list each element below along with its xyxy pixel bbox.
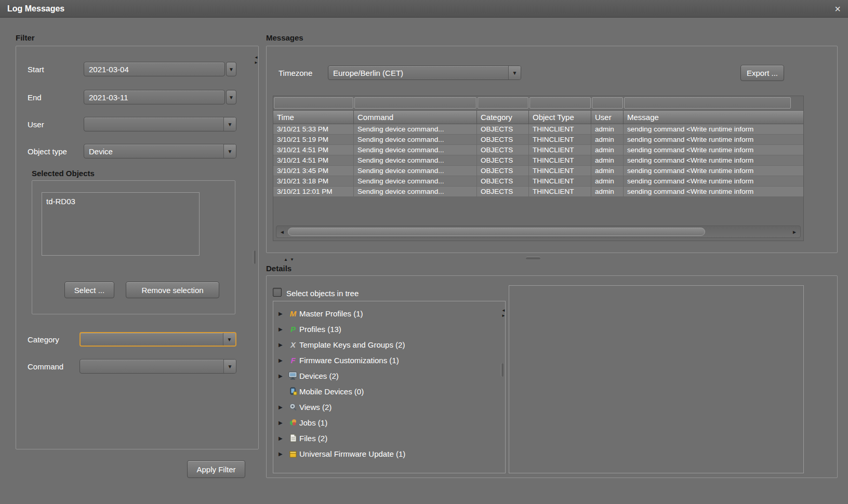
tree-item-files[interactable]: ▶ Files (2) bbox=[273, 430, 505, 446]
collapse-left-icon[interactable]: ◄ bbox=[501, 308, 506, 313]
expand-down-icon[interactable]: ▼ bbox=[290, 257, 294, 262]
expand-arrow-icon[interactable]: ▶ bbox=[279, 373, 287, 379]
messages-details-splitter-collapse[interactable]: ▲ ▼ bbox=[284, 257, 294, 262]
chevron-down-icon: ▼ bbox=[229, 95, 234, 100]
end-date-dropdown-button[interactable]: ▼ bbox=[226, 90, 236, 104]
category-combo[interactable]: ▼ bbox=[80, 332, 236, 347]
table-cell: 3/10/21 4:51 PM bbox=[273, 145, 354, 155]
end-date-value: 2021-03-11 bbox=[84, 93, 224, 102]
horizontal-splitter-grip[interactable] bbox=[526, 257, 540, 259]
tree-item-label: Profiles (13) bbox=[299, 325, 341, 334]
expand-right-icon[interactable]: ► bbox=[501, 313, 506, 318]
column-header-category[interactable]: Category bbox=[477, 111, 529, 124]
chevron-down-icon: ▼ bbox=[508, 66, 521, 79]
tree-item-master-profiles[interactable]: ▶ M Master Profiles (1) bbox=[273, 306, 505, 321]
start-date-value: 2021-03-04 bbox=[84, 65, 224, 74]
command-combo[interactable]: ▼ bbox=[80, 359, 236, 374]
tree-item-mobile-devices[interactable]: Mobile Devices (0) bbox=[273, 383, 505, 399]
tree-item-label: Devices (2) bbox=[299, 372, 339, 380]
table-row[interactable]: 3/10/21 4:51 PM Sending device command..… bbox=[273, 155, 803, 166]
table-cell: sending command <Write runtime inform bbox=[624, 187, 804, 197]
column-filter-input[interactable] bbox=[274, 97, 353, 109]
table-row[interactable]: 3/10/21 5:33 PM Sending device command..… bbox=[273, 124, 803, 135]
scrollbar-thumb[interactable] bbox=[288, 228, 705, 236]
tree-item-label: Template Keys and Groups (2) bbox=[299, 340, 405, 349]
user-combo[interactable]: ▼ bbox=[84, 117, 236, 131]
table-cell: 3/10/21 5:19 PM bbox=[273, 135, 354, 145]
expand-arrow-icon[interactable]: ▶ bbox=[279, 404, 287, 410]
export-button[interactable]: Export ... bbox=[740, 65, 784, 81]
scroll-left-icon[interactable]: ◄ bbox=[277, 229, 287, 235]
selected-objects-list[interactable]: td-RD03 bbox=[42, 192, 200, 256]
tree-item-label: Master Profiles (1) bbox=[299, 309, 363, 318]
tree-item-template-keys[interactable]: ▶ X Template Keys and Groups (2) bbox=[273, 337, 505, 352]
table-row[interactable]: 3/10/21 12:01 PM Sending device command.… bbox=[273, 187, 803, 197]
scroll-right-icon[interactable]: ► bbox=[790, 229, 799, 235]
close-button[interactable]: × bbox=[834, 4, 841, 14]
column-header-time[interactable]: Time bbox=[273, 111, 354, 124]
tree-item-profiles[interactable]: ▶ P Profiles (13) bbox=[273, 321, 505, 337]
tree-item-views[interactable]: ▶ Views (2) bbox=[273, 399, 505, 415]
table-cell: sending command <Write runtime inform bbox=[624, 135, 804, 145]
expand-arrow-icon[interactable]: ▶ bbox=[279, 342, 287, 348]
select-objects-in-tree-checkbox[interactable] bbox=[273, 288, 282, 297]
list-item[interactable]: td-RD03 bbox=[46, 196, 195, 207]
table-row[interactable]: 3/10/21 5:19 PM Sending device command..… bbox=[273, 135, 803, 145]
tree-item-universal-firmware-update[interactable]: ▶ Universal Firmware Update (1) bbox=[273, 446, 505, 461]
start-date-dropdown-button[interactable]: ▼ bbox=[226, 62, 236, 76]
message-detail-pane[interactable] bbox=[509, 285, 804, 473]
column-header-user[interactable]: User bbox=[591, 111, 624, 124]
chevron-down-icon: ▼ bbox=[223, 117, 236, 131]
apply-filter-button[interactable]: Apply Filter bbox=[187, 460, 245, 478]
column-filter-input[interactable] bbox=[354, 97, 476, 109]
table-cell: admin bbox=[591, 155, 624, 166]
start-date-field[interactable]: 2021-03-04 bbox=[84, 62, 225, 76]
table-row[interactable]: 3/10/21 3:18 PM Sending device command..… bbox=[273, 176, 803, 187]
end-date-field[interactable]: 2021-03-11 bbox=[84, 90, 225, 104]
export-button-label: Export ... bbox=[747, 69, 778, 77]
table-cell: 3/10/21 3:45 PM bbox=[273, 166, 354, 176]
details-splitter-grip[interactable] bbox=[501, 363, 504, 377]
collapse-left-icon[interactable]: ◄ bbox=[254, 55, 258, 60]
table-cell: THINCLIENT bbox=[529, 166, 591, 176]
table-cell: 3/10/21 3:18 PM bbox=[273, 176, 354, 187]
column-header-message[interactable]: Message bbox=[624, 111, 804, 124]
expand-arrow-icon[interactable]: ▶ bbox=[279, 326, 287, 332]
chevron-down-icon: ▼ bbox=[223, 333, 235, 346]
column-header-object-type[interactable]: Object Type bbox=[529, 111, 591, 124]
expand-arrow-icon[interactable]: ▶ bbox=[279, 451, 287, 457]
expand-right-icon[interactable]: ► bbox=[254, 60, 258, 65]
column-filter-input[interactable] bbox=[624, 97, 791, 109]
remove-selection-button[interactable]: Remove selection bbox=[126, 282, 219, 298]
timezone-combo[interactable]: Europe/Berlin (CET) ▼ bbox=[328, 65, 521, 80]
table-cell: sending command <Write runtime inform bbox=[624, 124, 804, 135]
tree-item-jobs[interactable]: ▶ Jobs (1) bbox=[273, 415, 505, 430]
column-header-command[interactable]: Command bbox=[354, 111, 477, 124]
object-type-combo[interactable]: Device ▼ bbox=[84, 144, 236, 158]
vertical-splitter-grip[interactable] bbox=[253, 250, 256, 264]
expand-arrow-icon[interactable]: ▶ bbox=[279, 357, 287, 363]
column-filter-input[interactable] bbox=[592, 97, 623, 109]
column-filter-input[interactable] bbox=[478, 97, 528, 109]
master-profiles-icon: M bbox=[287, 309, 299, 318]
panel-splitter-collapse[interactable]: ◄ ► bbox=[254, 55, 258, 65]
end-label: End bbox=[28, 93, 42, 102]
select-objects-button[interactable]: Select ... bbox=[64, 282, 114, 298]
table-cell: Sending device command... bbox=[354, 145, 477, 155]
tree-item-devices[interactable]: ▶ Devices (2) bbox=[273, 368, 505, 383]
collapse-up-icon[interactable]: ▲ bbox=[284, 257, 288, 262]
column-filter-input[interactable] bbox=[529, 97, 591, 109]
horizontal-scrollbar[interactable]: ◄ ► bbox=[276, 226, 801, 238]
table-row[interactable]: 3/10/21 3:45 PM Sending device command..… bbox=[273, 166, 803, 176]
tree-item-firmware-customizations[interactable]: ▶ F Firmware Customizations (1) bbox=[273, 352, 505, 368]
table-cell: THINCLIENT bbox=[529, 135, 591, 145]
mobile-devices-icon bbox=[287, 387, 299, 395]
timezone-label: Timezone bbox=[279, 69, 312, 77]
expand-arrow-icon[interactable]: ▶ bbox=[279, 420, 287, 426]
table-row[interactable]: 3/10/21 4:51 PM Sending device command..… bbox=[273, 145, 803, 155]
details-splitter-collapse[interactable]: ◄ ► bbox=[501, 308, 506, 318]
table-cell: Sending device command... bbox=[354, 155, 477, 166]
timezone-combo-value: Europe/Berlin (CET) bbox=[328, 69, 508, 77]
expand-arrow-icon[interactable]: ▶ bbox=[279, 311, 287, 316]
expand-arrow-icon[interactable]: ▶ bbox=[279, 435, 287, 441]
